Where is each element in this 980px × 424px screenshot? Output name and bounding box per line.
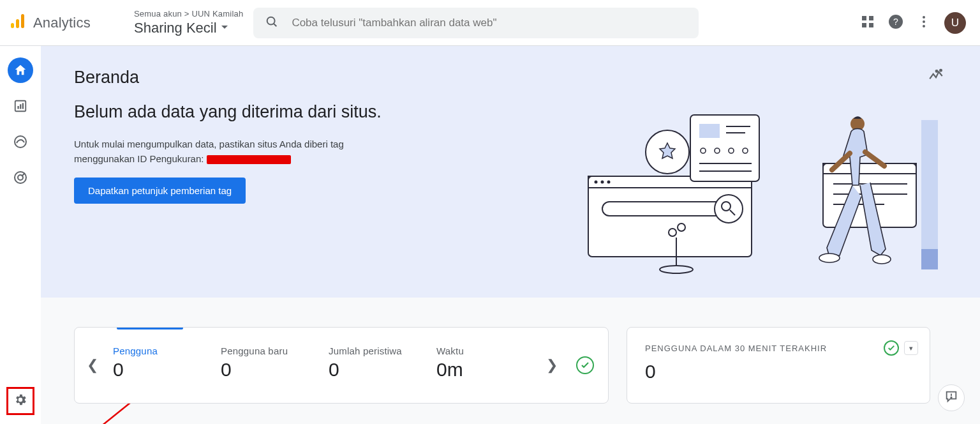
hero-description: Untuk mulai mengumpulkan data, pastikan … bbox=[74, 137, 368, 166]
svg-point-22 bbox=[940, 70, 942, 72]
analytics-logo-icon bbox=[9, 13, 27, 33]
svg-text:?: ? bbox=[893, 17, 898, 27]
metric-label: Pengguna baru bbox=[221, 345, 316, 356]
caret-down-icon bbox=[221, 22, 228, 34]
realtime-dropdown[interactable]: ▾ bbox=[904, 341, 918, 355]
breadcrumb: Semua akun > UUN Kamilah bbox=[134, 9, 243, 19]
insights-icon[interactable] bbox=[928, 68, 944, 87]
metric-jumlah-peristiwa[interactable]: Jumlah peristiwa 0 bbox=[322, 328, 430, 403]
metric-label: Pengguna bbox=[113, 345, 208, 356]
svg-rect-16 bbox=[20, 104, 21, 109]
checkmark-circle-icon[interactable] bbox=[884, 340, 899, 356]
svg-point-21 bbox=[936, 70, 938, 72]
svg-rect-17 bbox=[22, 103, 24, 109]
svg-rect-1 bbox=[16, 19, 19, 28]
measurement-id-redacted bbox=[207, 155, 291, 164]
realtime-title: PENGGUNA DALAM 30 MENIT TERAKHIR bbox=[645, 344, 827, 353]
svg-point-12 bbox=[923, 20, 925, 23]
property-name: Sharing Kecil bbox=[134, 20, 217, 36]
svg-point-29 bbox=[715, 195, 743, 223]
feedback-button[interactable] bbox=[938, 384, 965, 411]
svg-rect-0 bbox=[11, 23, 14, 28]
nav-admin[interactable] bbox=[6, 387, 34, 415]
nav-explore[interactable] bbox=[8, 129, 33, 155]
help-icon[interactable]: ? bbox=[888, 14, 903, 32]
metric-label: Waktu bbox=[436, 345, 531, 356]
metrics-status[interactable] bbox=[566, 328, 604, 403]
app-header: Analytics Semua akun > UUN Kamilah Shari… bbox=[0, 0, 980, 46]
realtime-value: 0 bbox=[627, 356, 930, 382]
apps-icon[interactable] bbox=[861, 15, 874, 31]
svg-line-4 bbox=[274, 23, 276, 26]
metrics-next[interactable]: ❯ bbox=[538, 328, 566, 403]
svg-rect-5 bbox=[862, 16, 866, 20]
tab-indicator bbox=[117, 327, 183, 329]
more-vert-icon[interactable] bbox=[917, 15, 930, 31]
svg-point-13 bbox=[923, 25, 925, 27]
search-icon bbox=[265, 15, 279, 31]
search-input[interactable] bbox=[292, 17, 687, 29]
breadcrumb-all-accounts: Semua akun bbox=[134, 9, 182, 19]
realtime-card: PENGGUNA DALAM 30 MENIT TERAKHIR ▾ 0 bbox=[627, 327, 930, 404]
svg-point-32 bbox=[660, 266, 693, 273]
metric-label: Jumlah peristiwa bbox=[329, 345, 424, 356]
breadcrumb-separator: > bbox=[184, 9, 189, 19]
search-bar[interactable] bbox=[253, 8, 699, 38]
svg-rect-37 bbox=[699, 124, 720, 138]
svg-point-59 bbox=[951, 397, 951, 398]
page-title: Beranda bbox=[74, 68, 954, 87]
hero-illustration bbox=[565, 112, 942, 277]
hero-subtitle: Belum ada data yang diterima dari situs. bbox=[74, 100, 406, 123]
svg-point-26 bbox=[601, 181, 604, 184]
svg-rect-6 bbox=[869, 16, 873, 20]
brand-logo[interactable]: Analytics bbox=[9, 13, 128, 33]
metric-pengguna-baru[interactable]: Pengguna baru 0 bbox=[214, 328, 322, 403]
metric-pengguna[interactable]: Pengguna 0 bbox=[107, 328, 214, 403]
sidebar bbox=[0, 46, 41, 424]
checkmark-circle-icon bbox=[576, 356, 594, 374]
nav-reports[interactable] bbox=[8, 93, 33, 119]
svg-rect-7 bbox=[862, 23, 866, 27]
svg-point-3 bbox=[267, 17, 275, 24]
avatar[interactable]: U bbox=[944, 12, 966, 34]
metric-waktu[interactable]: Waktu 0m bbox=[430, 328, 538, 403]
caret-down-icon: ▾ bbox=[909, 344, 913, 352]
chevron-left-icon: ❮ bbox=[87, 357, 98, 374]
metric-value: 0 bbox=[113, 359, 208, 381]
svg-point-54 bbox=[873, 255, 891, 264]
svg-rect-2 bbox=[21, 14, 24, 28]
hero-card: Beranda Belum ada data yang diterima dar… bbox=[41, 46, 980, 298]
header-tools: ? U bbox=[861, 12, 966, 34]
breadcrumb-account: UUN Kamilah bbox=[191, 9, 243, 19]
svg-point-25 bbox=[595, 181, 598, 184]
svg-rect-55 bbox=[921, 120, 938, 263]
avatar-initial: U bbox=[951, 17, 959, 29]
property-picker[interactable]: Semua akun > UUN Kamilah Sharing Kecil bbox=[134, 9, 243, 36]
metric-value: 0m bbox=[436, 359, 531, 381]
svg-rect-56 bbox=[921, 249, 938, 269]
metrics-prev[interactable]: ❮ bbox=[78, 328, 107, 403]
nav-home[interactable] bbox=[8, 57, 33, 83]
nav-advertising[interactable] bbox=[8, 165, 33, 190]
gear-icon bbox=[13, 393, 27, 409]
metric-value: 0 bbox=[221, 359, 316, 381]
metrics-card: ❮ Pengguna 0 Pengguna baru 0 Jumlah peri… bbox=[74, 327, 609, 404]
svg-point-11 bbox=[923, 16, 925, 19]
metric-value: 0 bbox=[329, 359, 424, 381]
svg-rect-8 bbox=[869, 23, 873, 27]
chevron-right-icon: ❯ bbox=[546, 357, 558, 374]
svg-rect-15 bbox=[17, 106, 19, 109]
svg-point-27 bbox=[607, 181, 611, 184]
svg-point-53 bbox=[819, 254, 840, 262]
tagging-instructions-button[interactable]: Dapatkan petunjuk pemberian tag bbox=[74, 178, 246, 204]
feedback-icon bbox=[944, 390, 958, 406]
brand-name: Analytics bbox=[33, 15, 91, 31]
